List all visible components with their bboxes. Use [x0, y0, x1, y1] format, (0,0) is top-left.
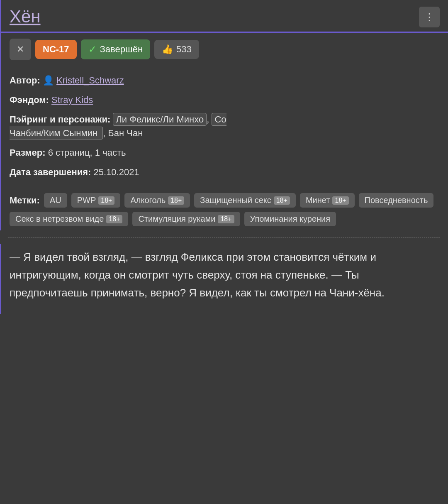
- story-paragraph: — Я видел твой взгляд, — взгляд Феликса …: [10, 248, 440, 302]
- fandom-label: Фэндом:: [10, 95, 49, 105]
- tag-povsed[interactable]: Повседневность: [359, 193, 434, 208]
- tag-kurenie[interactable]: Упоминания курения: [244, 212, 336, 226]
- header-area: Хён ⋮: [0, 0, 448, 33]
- tag-stimul[interactable]: Стимуляция руками 18+: [132, 212, 240, 226]
- check-icon: ✓: [88, 44, 97, 55]
- cross-tag: ✕: [10, 39, 31, 60]
- work-title[interactable]: Хён: [10, 7, 41, 27]
- section-divider: [8, 237, 440, 237]
- likes-badge: 👍 533: [154, 40, 199, 59]
- author-row: Автор: 👤 Kristell_Schwarz: [10, 73, 440, 87]
- info-section: Автор: 👤 Kristell_Schwarz Фэндом: Stray …: [0, 66, 448, 189]
- pairing-label: Пэйринг и персонажи:: [10, 114, 110, 125]
- metki-label: Метки:: [10, 195, 40, 206]
- likes-count: 533: [176, 44, 192, 55]
- fandom-row: Фэндом: Stray Kids: [10, 93, 440, 107]
- more-button[interactable]: ⋮: [419, 7, 440, 27]
- age-badge-alkohol: 18+: [168, 196, 184, 205]
- date-row: Дата завершения: 25.10.2021: [10, 165, 440, 179]
- size-value: 6 страниц, 1 часть: [48, 147, 126, 158]
- date-value: 25.10.2021: [94, 167, 139, 177]
- metki-row: Метки: AU PWP 18+ Алкоголь 18+ Защищенны…: [10, 193, 440, 226]
- size-label: Размер:: [10, 147, 46, 158]
- tag-pwp[interactable]: PWP 18+: [71, 193, 121, 208]
- pairing-separator: ,: [207, 114, 209, 125]
- tag-au[interactable]: AU: [44, 193, 67, 208]
- age-badge-sex-netrezv: 18+: [106, 215, 122, 223]
- thumbs-up-icon: 👍: [162, 44, 173, 55]
- badges-row: ✕ NC-17 ✓ Завершён 👍 533: [0, 33, 448, 66]
- age-badge-zashita: 18+: [274, 196, 290, 205]
- age-badge-stimul: 18+: [218, 215, 234, 223]
- pairing2-end: Чанбин/Ким Сынмин: [10, 128, 97, 138]
- rating-badge: NC-17: [35, 40, 77, 59]
- pairing-row: Пэйринг и персонажи: Ли Феликс/Ли Минхо,…: [10, 113, 440, 140]
- metki-section: Метки: AU PWP 18+ Алкоголь 18+ Защищенны…: [0, 189, 448, 230]
- age-badge-pwp: 18+: [98, 196, 114, 205]
- pairing1-box[interactable]: Ли Феликс/Ли Минхо: [113, 113, 207, 126]
- size-row: Размер: 6 страниц, 1 часть: [10, 146, 440, 159]
- story-excerpt: — Я видел твой взгляд, — взгляд Феликса …: [0, 244, 448, 314]
- author-icon: 👤: [43, 75, 54, 86]
- pairing2-start: Со: [214, 114, 226, 125]
- status-label: Завершён: [100, 44, 143, 55]
- cross-icon: ✕: [17, 44, 24, 55]
- date-label: Дата завершения:: [10, 167, 91, 177]
- author-link[interactable]: Kristell_Schwarz: [56, 75, 124, 86]
- status-badge: ✓ Завершён: [81, 39, 150, 59]
- author-label: Автор:: [10, 75, 40, 86]
- page-container: Хён ⋮ ✕ NC-17 ✓ Завершён 👍 533 Автор: 👤 …: [0, 0, 448, 314]
- tag-alkohol[interactable]: Алкоголь 18+: [124, 193, 190, 208]
- extra-character: , Бан Чан: [103, 128, 143, 138]
- tag-minet[interactable]: Минет 18+: [300, 193, 355, 208]
- age-badge-minet: 18+: [332, 196, 348, 205]
- fandom-link[interactable]: Stray Kids: [51, 95, 93, 105]
- tag-zashita[interactable]: Защищенный секс 18+: [194, 193, 296, 208]
- tag-sex-netrezv[interactable]: Секс в нетрезвом виде 18+: [10, 212, 128, 226]
